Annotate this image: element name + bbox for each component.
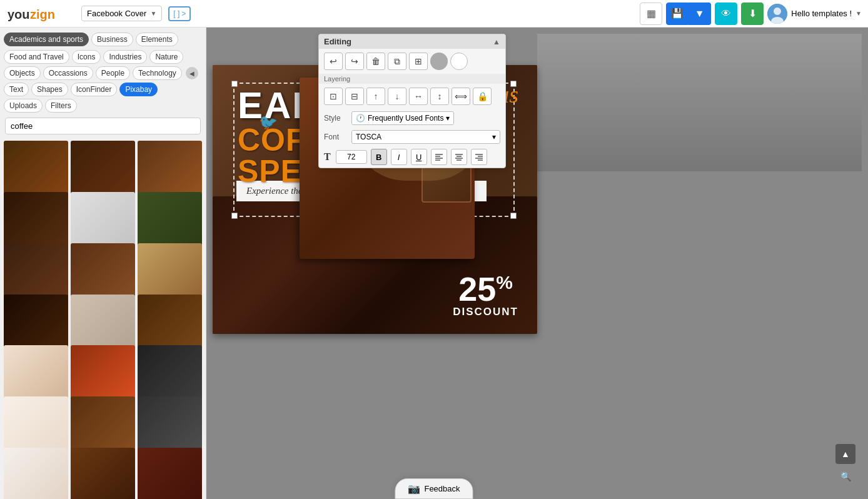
template-name: Facebook Cover (87, 9, 146, 18)
feedback-label: Feedback (424, 484, 460, 493)
font-row: Font TOSCA ▾ (319, 128, 505, 146)
layer-front-button[interactable]: ⊡ (324, 88, 343, 105)
tag-pixabay[interactable]: Pixabay (119, 83, 158, 96)
align-center-button[interactable] (451, 149, 467, 165)
grid-icon: ⊞ (415, 56, 422, 66)
tag-industries[interactable]: Industries (103, 50, 147, 64)
category-tags-row1: Academics and sports Business Elements (0, 28, 206, 49)
align-left-button[interactable] (431, 149, 447, 165)
font-label-text: Font (324, 133, 346, 141)
font-size-input[interactable]: 72 (336, 150, 367, 164)
center-icon: ⟺ (455, 91, 467, 101)
tag-academics[interactable]: Academics and sports (4, 33, 89, 46)
list-item[interactable] (138, 448, 202, 499)
save-button[interactable]: 💾 (666, 3, 689, 25)
scroll-up-button[interactable]: ▲ (835, 444, 855, 464)
tag-people[interactable]: People (96, 66, 130, 80)
gray-circle-button[interactable] (430, 53, 448, 70)
style-row: Style 🕐 Frequently Used Fonts ▾ (319, 109, 505, 128)
layer-back-button[interactable]: ↑ (366, 88, 385, 105)
logo[interactable]: you zign (6, 5, 63, 23)
tag-food[interactable]: Food and Travel (4, 50, 69, 64)
tag-business[interactable]: Business (91, 33, 133, 46)
layer-h-flip-button[interactable]: ↔ (409, 88, 428, 105)
tag-elements[interactable]: Elements (136, 33, 178, 46)
tag-shapes[interactable]: Shapes (31, 83, 68, 96)
frequently-used-fonts-dropdown[interactable]: 🕐 Frequently Used Fonts ▾ (351, 111, 454, 125)
tag-icons[interactable]: Icons (72, 50, 101, 64)
layer-backward-icon: ↓ (395, 91, 400, 101)
tag-occassions[interactable]: Occassions (43, 66, 93, 80)
layer-forward-button[interactable]: ⊟ (345, 88, 364, 105)
font-format-row: T 72 B I U (319, 146, 505, 168)
trash-icon: 🗑 (371, 56, 380, 66)
canvas-size-button[interactable]: [ ] > (168, 6, 191, 21)
discount-number: 25 (458, 270, 496, 308)
preview-icon: 👁 (721, 8, 731, 19)
white-circle-button[interactable] (450, 53, 468, 70)
tag-filters[interactable]: Filters (45, 99, 77, 113)
user-area[interactable]: Hello templates ! ▼ (767, 4, 862, 24)
save-dropdown-arrow-icon: ▼ (695, 8, 705, 19)
scroll-down-button[interactable]: 🔍 (835, 466, 855, 486)
editing-toolbar: ↩ ↪ 🗑 ⧉ ⊞ (319, 49, 505, 74)
topbar: you zign Facebook Cover ▼ [ ] > ▦ 💾 ▼ 👁 … (0, 0, 868, 28)
undo-button[interactable]: ↩ (324, 53, 343, 70)
template-dropdown-arrow: ▼ (150, 10, 156, 17)
editing-panel: Editing ▲ ↩ ↪ 🗑 ⧉ ⊞ (318, 34, 506, 168)
tag-uploads[interactable]: Uploads (4, 99, 43, 113)
underline-button[interactable]: U (411, 149, 427, 165)
image-grid (0, 138, 206, 499)
layer-backward-button[interactable]: ↓ (388, 88, 406, 105)
delete-button[interactable]: 🗑 (366, 53, 385, 70)
user-avatar (767, 4, 787, 24)
lock-icon: 🔒 (477, 91, 488, 101)
frequently-used-label: Frequently Used Fonts (368, 114, 443, 123)
template-selector[interactable]: Facebook Cover ▼ (81, 6, 162, 21)
redo-button[interactable]: ↪ (345, 53, 364, 70)
copy-button[interactable]: ⧉ (388, 53, 406, 70)
topbar-actions: ▦ 💾 ▼ 👁 ⬇ Hello templates ! (640, 3, 862, 25)
layer-lock-button[interactable]: 🔒 (473, 88, 492, 105)
selection-handle-tl (231, 81, 238, 87)
font-name-display: TOSCA (356, 133, 490, 141)
bird-logo-icon: 🐦 (259, 114, 278, 131)
search-input[interactable]: coffee (5, 118, 201, 134)
category-tags-row3: Objects Occassions People Technology ◀ (0, 65, 206, 81)
list-item[interactable] (71, 448, 135, 499)
layer-center-button[interactable]: ⟺ (452, 88, 470, 105)
italic-button[interactable]: I (391, 149, 407, 165)
save-icon: 💾 (671, 8, 684, 19)
style-dropdown-arrow: ▾ (446, 114, 450, 123)
bold-button[interactable]: B (371, 149, 387, 165)
panel-collapse-button[interactable]: ▲ (493, 38, 500, 46)
toggle-panels-button[interactable]: ▦ (640, 3, 662, 25)
svg-point-3 (774, 8, 781, 15)
preview-button[interactable]: 👁 (715, 3, 737, 25)
font-name-dropdown[interactable]: TOSCA ▾ (351, 130, 500, 144)
grid-button[interactable]: ⊞ (409, 53, 428, 70)
text-size-icon: T (324, 151, 331, 163)
user-dropdown-arrow: ▼ (855, 10, 862, 17)
tag-nature[interactable]: Nature (149, 50, 183, 64)
layering-label: Layering (319, 74, 505, 84)
tag-iconfinder[interactable]: IconFinder (71, 83, 118, 96)
sidebar-collapse-button[interactable]: ◀ (186, 67, 198, 79)
canvas-size-icon: [ ] (173, 9, 179, 18)
tag-text[interactable]: Text (4, 83, 29, 96)
list-item[interactable] (4, 448, 68, 499)
category-tags-row4: Text Shapes IconFinder Pixabay (0, 81, 206, 98)
align-right-button[interactable] (471, 149, 487, 165)
layering-toolbar: ⊡ ⊟ ↑ ↓ ↔ ↕ ⟺ 🔒 (319, 84, 505, 109)
discount-pct: % (496, 272, 513, 293)
category-tags-row2: Food and Travel Icons Industries Nature (0, 49, 206, 65)
save-dropdown-button[interactable]: ▼ (689, 3, 711, 25)
layer-v-flip-button[interactable]: ↕ (430, 88, 449, 105)
tag-objects[interactable]: Objects (4, 66, 41, 80)
font-dropdown-arrow: ▾ (492, 133, 496, 141)
discount-area: 25% DISCOUNT (453, 272, 518, 318)
feedback-button[interactable]: 📷 Feedback (395, 478, 473, 499)
download-button[interactable]: ⬇ (741, 3, 764, 25)
tag-technology[interactable]: Technology (133, 66, 182, 80)
scroll-buttons: ▲ 🔍 (835, 444, 855, 486)
